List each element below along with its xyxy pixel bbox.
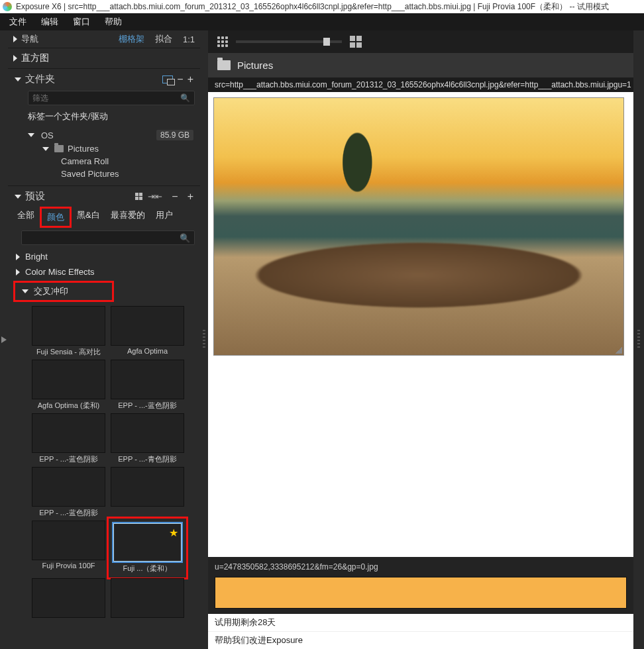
caret-icon: [16, 269, 20, 275]
file-name-bar: src=http___attach.bbs.miui.com_forum_201…: [208, 77, 633, 92]
caret-icon[interactable]: [15, 195, 21, 199]
caret-icon: [13, 55, 17, 62]
folder-filter-input[interactable]: 筛选 🔍: [28, 91, 195, 105]
sidebar-resize-handle[interactable]: [200, 30, 208, 649]
tab-all[interactable]: 全部: [12, 207, 40, 228]
tree-row-camera-roll[interactable]: Camera Roll: [42, 155, 200, 168]
breadcrumb[interactable]: Pictures: [208, 53, 633, 77]
main-file-name: src=http___attach.bbs.miui.com_forum_201…: [215, 80, 617, 89]
tree-row-pictures[interactable]: Pictures: [42, 142, 200, 155]
os-size: 85.9 GB: [156, 130, 193, 140]
preset-thumb[interactable]: [111, 467, 184, 518]
tree-row-saved-pictures[interactable]: Saved Pictures: [42, 168, 200, 180]
preset-thumb[interactable]: EPP - ...-蓝色阴影: [111, 360, 184, 411]
group-color-misc[interactable]: Color Misc Effects: [8, 264, 200, 279]
minus-icon[interactable]: −: [172, 191, 178, 203]
group-bright[interactable]: Bright: [8, 249, 200, 264]
caret-icon[interactable]: [15, 77, 21, 81]
main-image[interactable]: [213, 97, 624, 356]
preset-thumbs: Fuji Sensia - 高对比Agfa OptimaAgfa Optima …: [8, 303, 200, 622]
dual-monitor-icon[interactable]: [162, 75, 173, 83]
preset-thumb[interactable]: EPP - ...-蓝色阴影: [32, 467, 105, 518]
thumb-caption: u=2478350582,3338695212&fm=26&gp=0.jpg: [215, 562, 627, 572]
plus-icon[interactable]: +: [188, 191, 193, 203]
preset-thumb[interactable]: Fuji Sensia - 高对比: [32, 306, 105, 357]
preset-thumb[interactable]: [111, 578, 184, 619]
preset-label: EPP - ...-蓝色阴影: [32, 453, 105, 464]
preset-thumb[interactable]: ★Fuji ...（柔和）: [111, 521, 184, 575]
tab-user[interactable]: 用户: [150, 207, 178, 228]
sidebar: 导航 棚格架 拟合 1:1 直方图 文件夹 − + 筛选 🔍 标签一个文件夹/驱…: [8, 30, 200, 649]
caret-icon[interactable]: [13, 36, 17, 42]
histogram-label: 直方图: [21, 52, 49, 64]
app-logo-icon: [3, 2, 12, 11]
tab-color[interactable]: 颜色: [40, 207, 72, 228]
plus-icon[interactable]: +: [188, 74, 193, 85]
grid-shelf-link[interactable]: 棚格架: [119, 33, 144, 45]
preset-thumb[interactable]: Agfa Optima (柔和): [32, 360, 105, 411]
menu-help[interactable]: 帮助: [98, 14, 129, 30]
thumb-size-strip: [208, 30, 633, 53]
menu-window[interactable]: 窗口: [66, 14, 97, 30]
filmstrip: u=2478350582,3338695212&fm=26&gp=0.jpg: [208, 557, 633, 614]
preset-thumb[interactable]: EPP - ...-青色阴影: [111, 413, 184, 464]
menubar: 文件 编辑 窗口 帮助: [0, 13, 644, 30]
image-viewport[interactable]: [208, 92, 633, 557]
camera-roll-label: Camera Roll: [61, 156, 109, 166]
large-thumbs-icon[interactable]: [350, 36, 362, 48]
minus-icon[interactable]: −: [177, 74, 183, 85]
svg-marker-0: [1, 336, 7, 343]
ratio-link[interactable]: 1:1: [183, 34, 195, 44]
group-cross-process[interactable]: 交叉冲印: [13, 281, 114, 302]
right-file-frag: u=1: [617, 80, 631, 89]
nav-label[interactable]: 导航: [21, 33, 38, 45]
resize-handle-icon: [616, 347, 622, 354]
histogram-panel[interactable]: 直方图: [8, 48, 200, 69]
filmstrip-thumb[interactable]: [215, 577, 627, 609]
tag-folder-hint[interactable]: 标签一个文件夹/驱动: [8, 109, 200, 126]
star-icon: ★: [169, 526, 178, 539]
preset-label: Fuji Sensia - 高对比: [32, 346, 105, 357]
tab-bw[interactable]: 黑&白: [72, 207, 105, 228]
grid-view-icon[interactable]: [135, 193, 142, 200]
thumb-size-slider[interactable]: [236, 40, 342, 43]
folder-icon: [217, 60, 231, 70]
preset-filter-input[interactable]: 🔍: [21, 230, 195, 245]
tree-row-os[interactable]: OS 85.9 GB: [8, 128, 200, 142]
preset-groups: Bright Color Misc Effects 交叉冲印 Fuji Sens…: [8, 246, 200, 649]
caret-icon: [22, 289, 28, 293]
titlebar: Exposure X6 | src=http___attach.bbs.miui…: [0, 0, 644, 13]
preset-label: Agfa Optima: [111, 346, 184, 355]
preset-thumb[interactable]: Fuji Provia 100F: [32, 521, 105, 575]
caret-icon: [16, 254, 20, 260]
preset-label: EPP - ...-青色阴影: [111, 453, 184, 464]
preset-label: [111, 507, 184, 508]
pictures-label: Pictures: [68, 144, 99, 154]
preset-thumb[interactable]: Agfa Optima: [111, 306, 184, 357]
nav-panel: 导航 棚格架 拟合 1:1: [8, 30, 200, 48]
menu-file[interactable]: 文件: [3, 14, 33, 30]
presets-panel: 预设 − + 全部 颜色 黑&白 最喜爱的 用户 🔍: [8, 186, 200, 649]
titlebar-text: Exposure X6 | src=http___attach.bbs.miui…: [16, 1, 609, 13]
folder-icon: [54, 145, 64, 152]
caret-icon: [28, 133, 34, 137]
preset-label: [32, 618, 105, 619]
compress-icon[interactable]: [148, 191, 162, 201]
fit-link[interactable]: 拟合: [155, 33, 172, 45]
saved-pictures-label: Saved Pictures: [61, 169, 119, 179]
help-improve-link[interactable]: 帮助我们改进Exposure: [208, 631, 633, 649]
right-collapse-gutter[interactable]: [633, 30, 644, 649]
folders-panel: 文件夹 − + 筛选 🔍 标签一个文件夹/驱动 OS 85.9 GB: [8, 69, 200, 186]
preset-label: Fuji Provia 100F: [32, 560, 105, 570]
preset-thumb[interactable]: [32, 578, 105, 619]
preset-thumb[interactable]: EPP - ...-蓝色阴影: [32, 413, 105, 464]
trial-remaining-bar[interactable]: 试用期剩余28天: [208, 614, 633, 631]
small-thumbs-icon[interactable]: [217, 36, 228, 47]
tab-fav[interactable]: 最喜爱的: [105, 207, 150, 228]
menu-edit[interactable]: 编辑: [34, 14, 65, 30]
preset-label: Agfa Optima (柔和): [32, 399, 105, 411]
caret-icon: [42, 147, 49, 151]
left-collapse-gutter[interactable]: [0, 30, 8, 649]
preset-tabs: 全部 颜色 黑&白 最喜爱的 用户: [8, 207, 200, 228]
search-icon: 🔍: [180, 233, 190, 243]
